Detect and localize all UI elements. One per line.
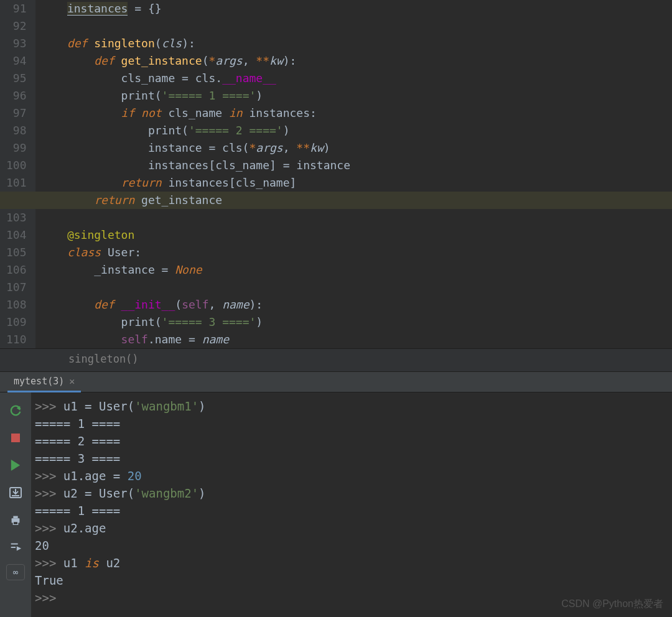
console-toolbar: ∞ xyxy=(0,392,31,617)
play-icon xyxy=(10,460,21,471)
console-line: True xyxy=(35,572,672,589)
close-icon[interactable]: ✕ xyxy=(69,376,75,387)
stop-button[interactable] xyxy=(5,427,26,448)
console-tabbar[interactable]: mytest(3) ✕ xyxy=(0,371,672,392)
history-icon xyxy=(9,540,22,554)
layout-icon xyxy=(8,485,23,500)
code-line[interactable]: _instance = None xyxy=(40,261,672,279)
layout-button[interactable] xyxy=(5,482,26,503)
code-line[interactable]: return instances[cls_name] xyxy=(40,174,672,192)
svg-rect-2 xyxy=(13,516,17,519)
code-area[interactable]: instances = {} def singleton(cls): def g… xyxy=(35,0,672,348)
code-line[interactable]: def singleton(cls): xyxy=(40,35,672,52)
code-line[interactable]: def get_instance(*args, **kw): xyxy=(40,52,672,70)
console-line: ===== 2 ==== xyxy=(35,432,672,450)
console-line: 20 xyxy=(35,537,672,554)
variables-button[interactable]: ∞ xyxy=(6,564,25,580)
code-line[interactable]: self.name = name xyxy=(40,331,672,348)
breadcrumb-item[interactable]: singleton() xyxy=(68,353,139,365)
line-number-gutter: 9192939495969798991001011021031041051061… xyxy=(0,0,35,348)
code-editor[interactable]: 9192939495969798991001011021031041051061… xyxy=(0,0,672,348)
code-line[interactable] xyxy=(40,17,672,35)
console-line: ===== 1 ==== xyxy=(35,415,672,432)
code-line[interactable]: print('===== 1 ====') xyxy=(40,87,672,104)
rerun-button[interactable] xyxy=(5,400,26,421)
console-line: >>> u2 = User('wangbm2') xyxy=(35,485,672,502)
code-line[interactable]: @singleton xyxy=(40,226,672,244)
code-line[interactable]: print('===== 2 ====') xyxy=(40,122,672,139)
console-line: >>> u1 = User('wangbm1') xyxy=(35,397,672,415)
code-line[interactable]: if not cls_name in instances: xyxy=(40,104,672,122)
console-line: ===== 3 ==== xyxy=(35,450,672,467)
console-output[interactable]: >>> u1 = User('wangbm1')===== 1 ========… xyxy=(31,392,672,617)
code-line[interactable]: instances[cls_name] = instance xyxy=(40,157,672,174)
code-line[interactable] xyxy=(40,209,672,226)
code-line[interactable]: def __init__(self, name): xyxy=(40,296,672,313)
tab-mytest[interactable]: mytest(3) ✕ xyxy=(7,372,81,392)
tab-label: mytest(3) xyxy=(14,376,64,387)
variables-icon: ∞ xyxy=(13,567,18,577)
breadcrumb[interactable]: singleton() xyxy=(0,348,672,371)
code-line[interactable] xyxy=(40,279,672,296)
code-line[interactable]: instance = cls(*args, **kw) xyxy=(40,139,672,157)
console-line: ===== 1 ==== xyxy=(35,502,672,519)
code-line[interactable]: class User: xyxy=(40,244,672,261)
stop-icon xyxy=(11,434,20,442)
code-line[interactable]: return get_instance xyxy=(40,192,672,209)
console-line: >>> u1 is u2 xyxy=(35,554,672,572)
svg-rect-3 xyxy=(13,522,17,525)
code-line[interactable]: instances = {} xyxy=(40,0,672,17)
console-line: >>> u1.age = 20 xyxy=(35,467,672,485)
console-line: >>> u2.age xyxy=(35,519,672,537)
print-icon xyxy=(9,513,22,527)
code-line[interactable]: cls_name = cls.__name__ xyxy=(40,70,672,87)
rerun-icon xyxy=(9,404,22,417)
run-button[interactable] xyxy=(5,455,26,476)
print-button[interactable] xyxy=(5,509,26,531)
code-line[interactable]: print('===== 3 ====') xyxy=(40,313,672,331)
history-button[interactable] xyxy=(5,537,26,558)
watermark: CSDN @Python热爱者 xyxy=(561,598,663,611)
